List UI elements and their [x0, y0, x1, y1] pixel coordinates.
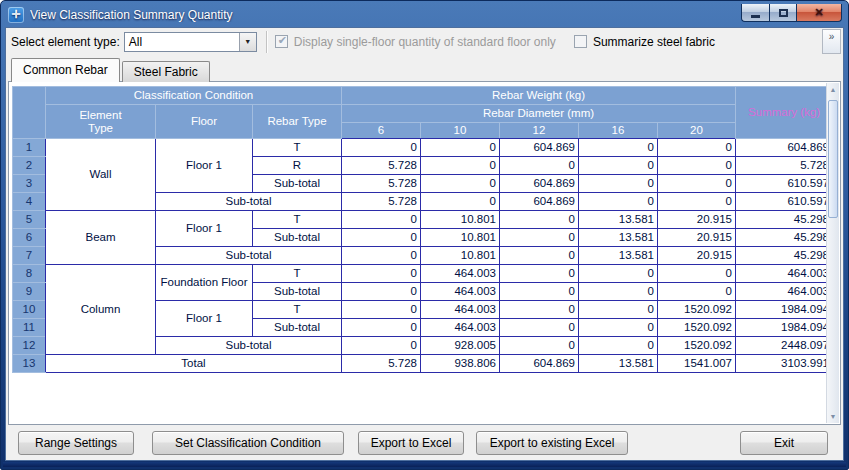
summary-cell[interactable]: 1984.094	[736, 319, 833, 337]
tab-common-rebar[interactable]: Common Rebar	[11, 58, 120, 82]
row-number[interactable]: 2	[13, 157, 46, 175]
grid-cell[interactable]: 604.869	[500, 139, 579, 157]
grid-cell[interactable]: 1520.092	[658, 337, 736, 355]
grid-cell[interactable]: Sub-total	[156, 247, 342, 265]
grid-cell[interactable]: Total	[46, 355, 342, 373]
row-number[interactable]: 10	[13, 301, 46, 319]
row-number[interactable]: 12	[13, 337, 46, 355]
steel-fabric-checkbox[interactable]	[574, 35, 587, 48]
grid-cell[interactable]: Floor 1	[156, 301, 253, 337]
grid-cell[interactable]: 0	[342, 265, 421, 283]
set-classification-condition-button[interactable]: Set Classification Condition	[152, 431, 344, 455]
grid-cell[interactable]: 604.869	[500, 175, 579, 193]
grid-cell[interactable]: 5.728	[342, 355, 421, 373]
grid-cell[interactable]: Foundation Floor	[156, 265, 253, 301]
grid-cell[interactable]: Sub-total	[253, 175, 342, 193]
grid-cell[interactable]: 0	[658, 283, 736, 301]
grid-cell[interactable]: 938.806	[421, 355, 500, 373]
grid-cell[interactable]: 928.005	[421, 337, 500, 355]
grid-cell[interactable]: 1520.092	[658, 301, 736, 319]
grid-cell[interactable]: 0	[658, 157, 736, 175]
vertical-scrollbar[interactable]: ▲ ▼	[826, 83, 839, 423]
grid-cell[interactable]: Column	[46, 265, 156, 355]
scrollbar-thumb[interactable]	[828, 100, 838, 218]
grid-cell[interactable]: Sub-total	[253, 229, 342, 247]
grid-cell[interactable]: Sub-total	[156, 193, 342, 211]
minimize-button[interactable]	[741, 4, 769, 22]
grid-cell[interactable]: 20.915	[658, 247, 736, 265]
grid-cell[interactable]: 0	[579, 301, 658, 319]
summary-cell[interactable]: 610.597	[736, 175, 833, 193]
grid-cell[interactable]: T	[253, 265, 342, 283]
grid-cell[interactable]: 0	[658, 193, 736, 211]
row-number[interactable]: 8	[13, 265, 46, 283]
row-number[interactable]: 4	[13, 193, 46, 211]
grid-cell[interactable]: 0	[342, 211, 421, 229]
export-to-existing-excel-button[interactable]: Export to existing Excel	[476, 431, 628, 455]
grid-cell[interactable]: 0	[500, 211, 579, 229]
summary-cell[interactable]: 2448.097	[736, 337, 833, 355]
grid-cell[interactable]: 0	[579, 139, 658, 157]
grid-cell[interactable]: 464.003	[421, 283, 500, 301]
grid-cell[interactable]: 464.003	[421, 301, 500, 319]
grid-cell[interactable]: 13.581	[579, 229, 658, 247]
close-button[interactable]: ✕	[797, 4, 842, 22]
double-chevron-right-icon[interactable]: »	[822, 29, 841, 54]
grid-cell[interactable]: 0	[500, 337, 579, 355]
grid-cell[interactable]: Sub-total	[253, 283, 342, 301]
grid-cell[interactable]: 0	[342, 337, 421, 355]
row-number[interactable]: 7	[13, 247, 46, 265]
grid-cell[interactable]: 0	[500, 157, 579, 175]
summary-cell[interactable]: 604.869	[736, 139, 833, 157]
tab-steel-fabric[interactable]: Steel Fabric	[122, 61, 210, 82]
grid-cell[interactable]: Sub-total	[156, 337, 342, 355]
grid-cell[interactable]: Wall	[46, 139, 156, 211]
grid-cell[interactable]: 0	[500, 301, 579, 319]
grid-cell[interactable]: 10.801	[421, 247, 500, 265]
row-number[interactable]: 1	[13, 139, 46, 157]
row-number[interactable]: 13	[13, 355, 46, 373]
summary-cell[interactable]: 45.298	[736, 247, 833, 265]
grid-cell[interactable]: 464.003	[421, 319, 500, 337]
grid-cell[interactable]: 0	[579, 319, 658, 337]
scroll-down-icon[interactable]: ▼	[827, 410, 839, 423]
grid-cell[interactable]: 13.581	[579, 355, 658, 373]
grid-cell[interactable]: T	[253, 211, 342, 229]
grid-cell[interactable]: 0	[342, 283, 421, 301]
grid-cell[interactable]: 0	[421, 193, 500, 211]
maximize-button[interactable]	[769, 4, 797, 22]
summary-cell[interactable]: 3103.991	[736, 355, 833, 373]
grid-cell[interactable]: 1520.092	[658, 319, 736, 337]
row-number[interactable]: 5	[13, 211, 46, 229]
grid-cell[interactable]: 0	[579, 193, 658, 211]
grid-cell[interactable]: 0	[579, 337, 658, 355]
grid-cell[interactable]: 0	[421, 157, 500, 175]
summary-cell[interactable]: 464.003	[736, 283, 833, 301]
grid-cell[interactable]: 0	[342, 301, 421, 319]
range-settings-button[interactable]: Range Settings	[18, 431, 134, 455]
row-number[interactable]: 11	[13, 319, 46, 337]
grid-cell[interactable]: 0	[500, 283, 579, 301]
grid-cell[interactable]: 0	[500, 247, 579, 265]
grid-cell[interactable]: 0	[658, 139, 736, 157]
grid-cell[interactable]: 604.869	[500, 355, 579, 373]
row-number[interactable]: 3	[13, 175, 46, 193]
grid-cell[interactable]: 0	[421, 175, 500, 193]
summary-cell[interactable]: 45.298	[736, 229, 833, 247]
grid-cell[interactable]: Beam	[46, 211, 156, 265]
chevron-down-icon[interactable]: ▼	[239, 33, 256, 51]
grid-cell[interactable]: 0	[342, 247, 421, 265]
grid-cell[interactable]: 0	[500, 319, 579, 337]
grid-cell[interactable]: R	[253, 157, 342, 175]
grid-cell[interactable]: 5.728	[342, 157, 421, 175]
scroll-up-icon[interactable]: ▲	[827, 83, 839, 96]
row-number[interactable]: 9	[13, 283, 46, 301]
grid-cell[interactable]: 0	[658, 265, 736, 283]
element-type-combobox[interactable]: All ▼	[124, 32, 257, 52]
grid-cell[interactable]: 1541.007	[658, 355, 736, 373]
grid-cell[interactable]: 10.801	[421, 211, 500, 229]
grid-cell[interactable]: Floor 1	[156, 211, 253, 247]
grid-cell[interactable]: 10.801	[421, 229, 500, 247]
grid-cell[interactable]: 20.915	[658, 211, 736, 229]
row-number[interactable]: 6	[13, 229, 46, 247]
